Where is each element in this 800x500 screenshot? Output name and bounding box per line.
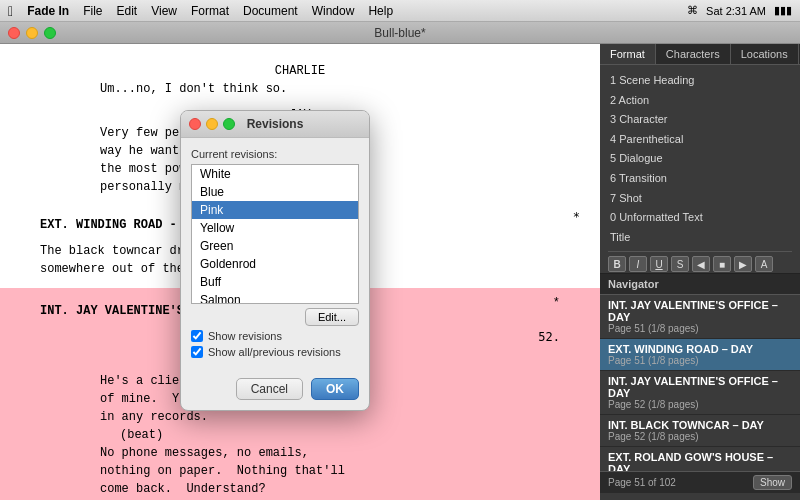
close-button[interactable]: [8, 27, 20, 39]
tab-characters[interactable]: Characters: [656, 44, 731, 64]
revision-asterisk-2: *: [553, 294, 560, 328]
dialog-titlebar: Revisions: [181, 111, 369, 138]
show-button[interactable]: Show: [753, 475, 792, 490]
app-name[interactable]: Fade In: [27, 4, 69, 18]
style-unformatted[interactable]: 0 Unformatted Text: [608, 208, 792, 228]
parenthetical-beat: (beat): [120, 428, 163, 442]
wifi-icon: ⌘: [687, 4, 698, 17]
style-title[interactable]: Title: [608, 228, 792, 248]
menu-document[interactable]: Document: [243, 4, 298, 18]
menubar-right: ⌘ Sat 2:31 AM ▮▮▮: [687, 4, 792, 17]
nav-item-2[interactable]: INT. JAY VALENTINE'S OFFICE – DAY Page 5…: [600, 371, 800, 415]
format-styles-list: 1 Scene Heading 2 Action 3 Character 4 P…: [608, 71, 792, 247]
dialog-footer: Cancel OK: [181, 372, 369, 410]
maximize-button[interactable]: [44, 27, 56, 39]
revision-asterisk-1: *: [573, 208, 580, 226]
style-dialogue[interactable]: 5 Dialogue: [608, 149, 792, 169]
dialog-maximize-button[interactable]: [223, 118, 235, 130]
window-controls: [8, 27, 56, 39]
nav-item-title-0: INT. JAY VALENTINE'S OFFICE – DAY: [608, 299, 792, 323]
nav-item-4[interactable]: EXT. ROLAND GOW'S HOUSE – DAY Page 52 (3…: [600, 447, 800, 471]
right-panel: Format Characters Locations Other 1 Scen…: [600, 44, 800, 500]
menubar-left:  Fade In File Edit View Format Document…: [8, 3, 393, 19]
style-action[interactable]: 2 Action: [608, 91, 792, 111]
style-parenthetical[interactable]: 4 Parenthetical: [608, 130, 792, 150]
bold-btn[interactable]: B: [608, 256, 626, 272]
navigator-panel: Navigator INT. JAY VALENTINE'S OFFICE – …: [600, 274, 800, 500]
dialog-title: Revisions: [247, 117, 304, 131]
menu-view[interactable]: View: [151, 4, 177, 18]
nav-item-page-1: Page 51 (1/8 pages): [608, 355, 792, 366]
main-layout: CHARLIE Um...no, I don't think so. JAY V…: [0, 44, 800, 500]
nav-items: INT. JAY VALENTINE'S OFFICE – DAY Page 5…: [600, 295, 800, 471]
nav-item-title-4: EXT. ROLAND GOW'S HOUSE – DAY: [608, 451, 792, 471]
align-center-btn[interactable]: ■: [713, 256, 731, 272]
edit-btn-row: Edit...: [191, 308, 359, 326]
nav-item-title-2: INT. JAY VALENTINE'S OFFICE – DAY: [608, 375, 792, 399]
show-revisions-label: Show revisions: [208, 330, 282, 342]
color-btn[interactable]: A: [755, 256, 773, 272]
style-buttons: B I U S ◀ ■ ▶ A: [608, 256, 792, 272]
nav-footer-text: Page 51 of 102: [608, 477, 676, 488]
nav-item-0[interactable]: INT. JAY VALENTINE'S OFFICE – DAY Page 5…: [600, 295, 800, 339]
nav-item-3[interactable]: INT. BLACK TOWNCAR – DAY Page 52 (1/8 pa…: [600, 415, 800, 447]
underline-btn[interactable]: U: [650, 256, 668, 272]
revision-salmon[interactable]: Salmon: [192, 291, 358, 304]
menu-window[interactable]: Window: [312, 4, 355, 18]
format-divider: [608, 251, 792, 252]
dialog-minimize-button[interactable]: [206, 118, 218, 130]
apple-menu[interactable]: : [8, 3, 13, 19]
align-right-btn[interactable]: ▶: [734, 256, 752, 272]
edit-button[interactable]: Edit...: [305, 308, 359, 326]
revision-goldenrod[interactable]: Goldenrod: [192, 255, 358, 273]
nav-item-page-2: Page 52 (1/8 pages): [608, 399, 792, 410]
nav-item-title-3: INT. BLACK TOWNCAR – DAY: [608, 419, 792, 431]
strike-btn[interactable]: S: [671, 256, 689, 272]
nav-item-page-0: Page 51 (1/8 pages): [608, 323, 792, 334]
style-shot[interactable]: 7 Shot: [608, 189, 792, 209]
revision-pink[interactable]: Pink: [192, 201, 358, 219]
clock: Sat 2:31 AM: [706, 5, 766, 17]
show-all-checkbox[interactable]: [191, 346, 203, 358]
nav-item-page-3: Page 52 (1/8 pages): [608, 431, 792, 442]
style-transition[interactable]: 6 Transition: [608, 169, 792, 189]
align-left-btn[interactable]: ◀: [692, 256, 710, 272]
current-revisions-label: Current revisions:: [191, 148, 359, 160]
revisions-dialog[interactable]: Revisions Current revisions: White Blue …: [180, 110, 370, 411]
dialog-controls: [189, 118, 235, 130]
navigator-header: Navigator: [600, 274, 800, 295]
nav-footer: Page 51 of 102 Show: [600, 471, 800, 493]
tab-locations[interactable]: Locations: [731, 44, 799, 64]
show-revisions-row: Show revisions: [191, 330, 359, 342]
character-charlie: CHARLIE: [40, 62, 560, 80]
style-character[interactable]: 3 Character: [608, 110, 792, 130]
battery-icon: ▮▮▮: [774, 4, 792, 17]
cancel-button[interactable]: Cancel: [236, 378, 303, 400]
menu-format[interactable]: Format: [191, 4, 229, 18]
revision-green[interactable]: Green: [192, 237, 358, 255]
menu-file[interactable]: File: [83, 4, 102, 18]
format-content: 1 Scene Heading 2 Action 3 Character 4 P…: [600, 65, 800, 302]
window-title: Bull-blue*: [374, 26, 425, 40]
revisions-list[interactable]: White Blue Pink Yellow Green Goldenrod B…: [191, 164, 359, 304]
menu-help[interactable]: Help: [368, 4, 393, 18]
minimize-button[interactable]: [26, 27, 38, 39]
panel-tabs: Format Characters Locations Other: [600, 44, 800, 65]
menu-edit[interactable]: Edit: [116, 4, 137, 18]
revision-yellow[interactable]: Yellow: [192, 219, 358, 237]
format-panel: Format Characters Locations Other 1 Scen…: [600, 44, 800, 274]
charlie-dialogue: Um...no, I don't think so.: [100, 80, 500, 98]
italic-btn[interactable]: I: [629, 256, 647, 272]
titlebar: Bull-blue*: [0, 22, 800, 44]
dialog-close-button[interactable]: [189, 118, 201, 130]
ok-button[interactable]: OK: [311, 378, 359, 400]
style-scene-heading[interactable]: 1 Scene Heading: [608, 71, 792, 91]
revision-white[interactable]: White: [192, 165, 358, 183]
show-revisions-checkbox[interactable]: [191, 330, 203, 342]
revision-buff[interactable]: Buff: [192, 273, 358, 291]
tab-format[interactable]: Format: [600, 44, 656, 64]
menubar:  Fade In File Edit View Format Document…: [0, 0, 800, 22]
nav-item-1[interactable]: EXT. WINDING ROAD – DAY Page 51 (1/8 pag…: [600, 339, 800, 371]
revision-blue[interactable]: Blue: [192, 183, 358, 201]
show-all-label: Show all/previous revisions: [208, 346, 341, 358]
